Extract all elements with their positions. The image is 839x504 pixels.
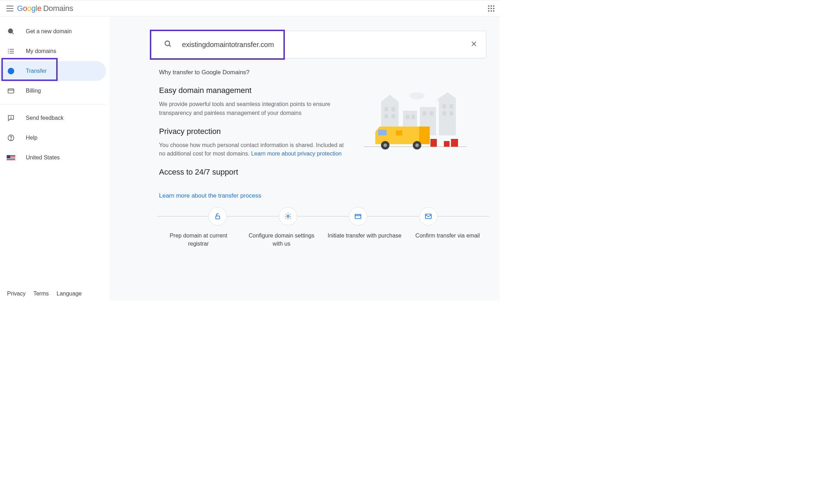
step-label: Initiate transfer with purchase — [324, 232, 405, 248]
svg-rect-45 — [419, 127, 430, 144]
sidebar-item-label: Billing — [26, 88, 41, 94]
svg-point-2 — [8, 49, 9, 50]
footer-terms-link[interactable]: Terms — [33, 291, 49, 297]
svg-rect-37 — [450, 104, 453, 109]
svg-point-48 — [383, 143, 387, 147]
svg-point-55 — [287, 215, 289, 217]
svg-rect-30 — [385, 114, 388, 118]
sidebar-item-label: Get a new domain — [26, 28, 72, 35]
transfer-illustration — [364, 86, 467, 157]
step-icon-prep — [209, 207, 227, 225]
feedback-icon — [7, 114, 15, 122]
flag-us-icon — [7, 153, 15, 162]
svg-point-50 — [415, 143, 419, 147]
svg-rect-46 — [396, 130, 402, 135]
app-header: Google Domains — [0, 0, 500, 17]
step-icon-configure — [279, 207, 297, 225]
svg-point-0 — [8, 29, 13, 33]
footer-privacy-link[interactable]: Privacy — [7, 291, 25, 297]
feature-body: We provide powerful tools and seamless i… — [159, 100, 350, 118]
svg-rect-39 — [450, 111, 453, 116]
apps-launcher-icon[interactable] — [487, 4, 495, 13]
step-icon-email — [419, 207, 438, 225]
step-label: Prep domain at current registrar — [158, 232, 239, 248]
sidebar-divider — [0, 104, 106, 105]
sidebar-item-get-domain[interactable]: Get a new domain — [0, 22, 110, 41]
credit-card-icon — [7, 87, 15, 95]
feature-body: You choose how much personal contact inf… — [159, 141, 350, 159]
sidebar: Get a new domain My domains Transfer Bil… — [0, 17, 110, 300]
svg-point-14 — [11, 139, 11, 140]
svg-point-19 — [409, 92, 425, 99]
learn-transfer-process-link[interactable]: Learn more about the transfer process — [159, 192, 490, 199]
svg-rect-34 — [423, 111, 426, 116]
main-content: Why transfer to Google Domains? Easy dom… — [110, 17, 500, 300]
feature-title: Privacy protection — [159, 127, 350, 136]
svg-rect-52 — [444, 141, 450, 147]
search-icon — [7, 27, 15, 36]
svg-rect-56 — [355, 215, 361, 219]
list-icon — [7, 47, 15, 55]
feature-title: Easy domain management — [159, 86, 350, 95]
svg-rect-51 — [430, 139, 437, 147]
menu-icon[interactable] — [6, 4, 14, 13]
svg-rect-29 — [392, 107, 395, 111]
svg-rect-38 — [442, 111, 446, 116]
transfer-search-box — [151, 31, 486, 58]
sidebar-item-label: Help — [26, 135, 37, 141]
sidebar-item-my-domains[interactable]: My domains — [0, 41, 110, 61]
svg-rect-36 — [442, 104, 446, 109]
feature-title: Access to 24/7 support — [159, 168, 350, 177]
svg-point-8 — [8, 68, 14, 74]
sidebar-item-label: My domains — [26, 48, 56, 54]
svg-marker-27 — [439, 92, 456, 98]
step-icon-purchase — [349, 207, 367, 225]
svg-point-12 — [11, 118, 11, 119]
sidebar-item-billing[interactable]: Billing — [0, 81, 110, 101]
sidebar-item-label: United States — [26, 154, 60, 161]
step-label: Confirm transfer via email — [407, 232, 488, 248]
svg-rect-26 — [439, 98, 456, 135]
svg-rect-6 — [10, 51, 14, 52]
svg-line-16 — [169, 45, 171, 47]
sidebar-item-country[interactable]: United States — [0, 148, 110, 168]
sidebar-item-label: Transfer — [26, 68, 47, 74]
svg-rect-35 — [430, 111, 433, 116]
privacy-learn-more-link[interactable]: Learn more about privacy protection — [251, 151, 342, 157]
transfer-steps — [157, 207, 489, 225]
product-name: Domains — [43, 4, 73, 13]
svg-rect-5 — [10, 49, 14, 50]
help-icon — [7, 134, 15, 142]
svg-marker-23 — [381, 95, 399, 102]
sidebar-item-send-feedback[interactable]: Send feedback — [0, 108, 110, 128]
svg-point-15 — [165, 41, 170, 46]
product-logo[interactable]: Google Domains — [17, 4, 73, 13]
sidebar-item-label: Send feedback — [26, 115, 64, 121]
svg-point-3 — [8, 51, 9, 52]
svg-rect-31 — [392, 114, 395, 118]
svg-rect-9 — [8, 89, 14, 93]
svg-point-4 — [8, 53, 9, 54]
step-label: Configure domain settings with us — [241, 232, 322, 248]
svg-rect-33 — [411, 115, 415, 119]
svg-rect-7 — [10, 53, 14, 54]
svg-rect-32 — [406, 115, 409, 119]
svg-rect-53 — [451, 139, 458, 147]
transfer-icon — [7, 67, 15, 75]
domain-transfer-input[interactable] — [182, 41, 465, 49]
search-icon — [164, 40, 172, 49]
clear-icon[interactable] — [470, 40, 477, 49]
svg-rect-28 — [385, 107, 388, 111]
svg-rect-54 — [216, 216, 220, 219]
footer-links: Privacy Terms Language — [7, 291, 82, 297]
sidebar-item-transfer[interactable]: Transfer — [0, 61, 106, 81]
section-heading: Why transfer to Google Domains? — [159, 69, 490, 76]
sidebar-item-help[interactable]: Help — [0, 128, 110, 148]
svg-line-1 — [12, 33, 13, 34]
svg-rect-44 — [378, 130, 387, 135]
footer-language-link[interactable]: Language — [57, 291, 82, 297]
